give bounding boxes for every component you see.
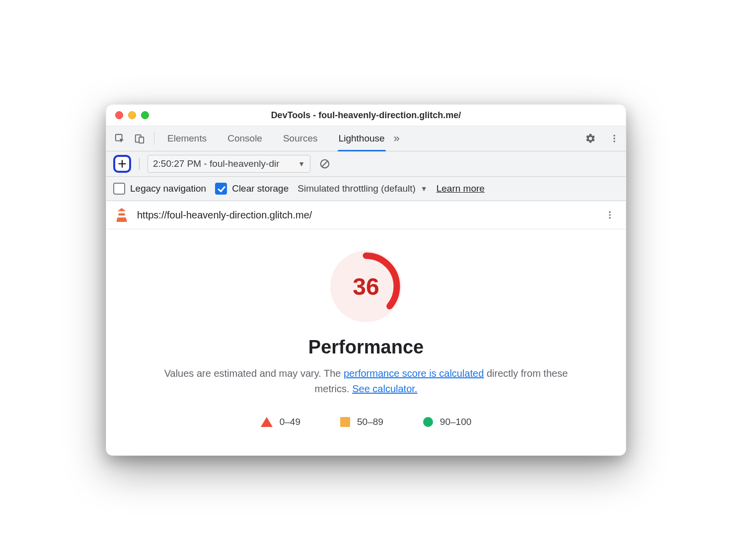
divider <box>154 132 154 145</box>
divider <box>139 158 140 170</box>
devtools-window: DevTools - foul-heavenly-direction.glitc… <box>106 104 626 456</box>
tab-console[interactable]: Console <box>227 126 262 151</box>
triangle-icon <box>261 417 273 427</box>
clear-storage-checkbox[interactable]: Clear storage <box>215 183 289 195</box>
legend-mid: 50–89 <box>340 417 383 427</box>
close-window-button[interactable] <box>115 111 123 119</box>
lighthouse-logo-icon <box>115 208 128 222</box>
checkbox-icon <box>113 183 125 195</box>
score-legend: 0–49 50–89 90–100 <box>118 417 614 427</box>
svg-marker-10 <box>117 208 126 211</box>
kebab-menu-icon[interactable] <box>608 132 621 145</box>
inspect-element-icon[interactable] <box>113 132 126 145</box>
window-title: DevTools - foul-heavenly-direction.glitc… <box>106 110 626 121</box>
chevron-down-icon: ▼ <box>298 160 305 168</box>
checkbox-checked-icon <box>215 183 227 195</box>
window-controls <box>106 111 149 119</box>
legend-mid-label: 50–89 <box>357 417 383 427</box>
devtools-tabsbar: Elements Console Sources Lighthouse » <box>106 126 626 151</box>
see-calculator-link[interactable]: See calculator. <box>352 383 417 394</box>
score-calc-link[interactable]: performance score is calculated <box>344 368 484 379</box>
performance-description: Values are estimated and may vary. The p… <box>162 366 570 397</box>
svg-marker-14 <box>116 217 127 222</box>
clear-reports-icon[interactable] <box>318 157 331 170</box>
report-menu-icon[interactable] <box>603 208 617 222</box>
svg-line-9 <box>322 161 328 167</box>
lighthouse-actionbar: 2:50:27 PM - foul-heavenly-dir ▼ <box>106 151 626 177</box>
clear-storage-label: Clear storage <box>232 183 289 194</box>
performance-gauge: 36 <box>329 249 403 324</box>
svg-rect-13 <box>118 215 126 217</box>
report-urlbar: https://foul-heavenly-direction.glitch.m… <box>106 201 626 229</box>
maximize-window-button[interactable] <box>141 111 149 119</box>
svg-point-3 <box>613 135 615 137</box>
titlebar: DevTools - foul-heavenly-direction.glitc… <box>106 105 626 126</box>
tabs: Elements Console Sources Lighthouse <box>167 126 385 151</box>
new-report-button[interactable] <box>113 155 131 173</box>
device-toolbar-icon[interactable] <box>133 132 146 145</box>
tab-lighthouse[interactable]: Lighthouse <box>339 126 385 151</box>
legacy-navigation-label: Legacy navigation <box>130 183 206 194</box>
report-body: 36 Performance Values are estimated and … <box>106 229 626 455</box>
lighthouse-optionsbar: Legacy navigation Clear storage Simulate… <box>106 177 626 201</box>
performance-heading: Performance <box>118 337 614 358</box>
square-icon <box>340 417 350 427</box>
performance-score: 36 <box>329 249 403 324</box>
tab-elements[interactable]: Elements <box>167 126 207 151</box>
report-select-label: 2:50:27 PM - foul-heavenly-dir <box>153 158 294 169</box>
svg-point-5 <box>613 140 615 142</box>
learn-more-link[interactable]: Learn more <box>437 183 485 194</box>
more-tabs-icon[interactable]: » <box>392 133 402 144</box>
desc-text: Values are estimated and may vary. The <box>164 368 344 379</box>
tab-sources[interactable]: Sources <box>283 126 318 151</box>
svg-point-16 <box>609 214 611 216</box>
settings-gear-icon[interactable] <box>584 132 597 145</box>
legend-high-label: 90–100 <box>440 417 471 427</box>
svg-rect-2 <box>139 137 144 143</box>
svg-rect-11 <box>119 211 125 213</box>
svg-point-4 <box>613 138 615 139</box>
throttling-label: Simulated throttling (default) <box>297 183 416 194</box>
legend-high: 90–100 <box>423 417 471 427</box>
report-url: https://foul-heavenly-direction.glitch.m… <box>137 210 594 221</box>
tabs-right <box>584 132 621 145</box>
minimize-window-button[interactable] <box>128 111 136 119</box>
svg-point-17 <box>609 217 611 219</box>
legend-low-label: 0–49 <box>280 417 300 427</box>
chevron-down-icon: ▼ <box>421 185 428 193</box>
circle-icon <box>423 417 433 427</box>
legend-low: 0–49 <box>261 417 300 427</box>
throttling-select[interactable]: Simulated throttling (default) ▼ <box>297 183 427 194</box>
svg-rect-12 <box>119 213 125 215</box>
report-select[interactable]: 2:50:27 PM - foul-heavenly-dir ▼ <box>147 155 310 173</box>
legacy-navigation-checkbox[interactable]: Legacy navigation <box>113 183 206 195</box>
svg-point-15 <box>609 211 611 213</box>
